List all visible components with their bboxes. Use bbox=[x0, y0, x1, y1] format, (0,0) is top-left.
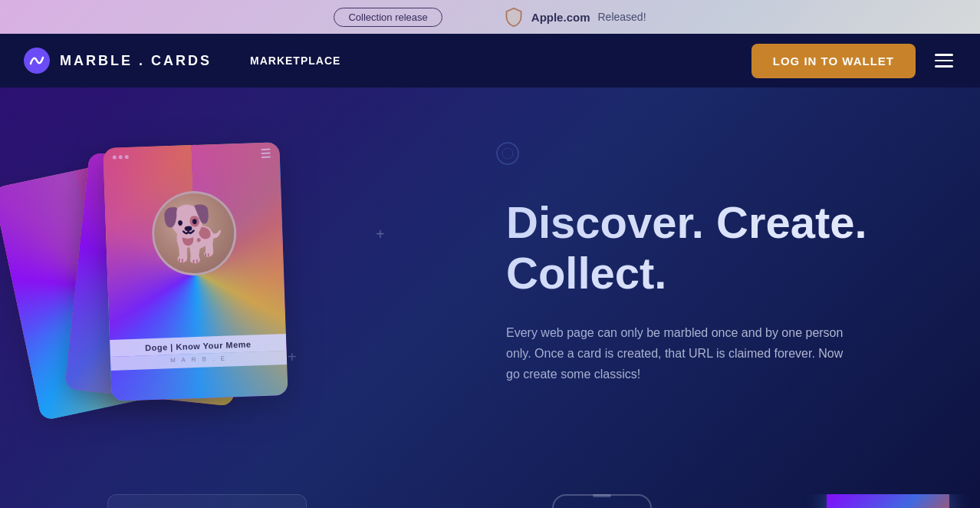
hamburger-line-1 bbox=[935, 54, 953, 56]
device-card-right bbox=[827, 494, 949, 508]
hamburger-menu-button[interactable] bbox=[931, 50, 957, 71]
logo-icon bbox=[23, 47, 51, 74]
login-button[interactable]: LOG IN TO WALLET bbox=[751, 44, 916, 78]
navbar: MARBLE . CARDS MARKETPLACE LOG IN TO WAL… bbox=[0, 34, 980, 87]
marketplace-link[interactable]: MARKETPLACE bbox=[250, 54, 340, 67]
logo-link[interactable]: MARBLE . CARDS bbox=[23, 47, 212, 74]
hamburger-line-2 bbox=[935, 60, 953, 62]
bottom-section bbox=[0, 494, 980, 508]
hamburger-line-3 bbox=[935, 65, 953, 68]
nav-right: LOG IN TO WALLET bbox=[751, 44, 957, 78]
nav-links: MARKETPLACE bbox=[250, 54, 340, 67]
logo-text: MARBLE . CARDS bbox=[60, 53, 212, 69]
